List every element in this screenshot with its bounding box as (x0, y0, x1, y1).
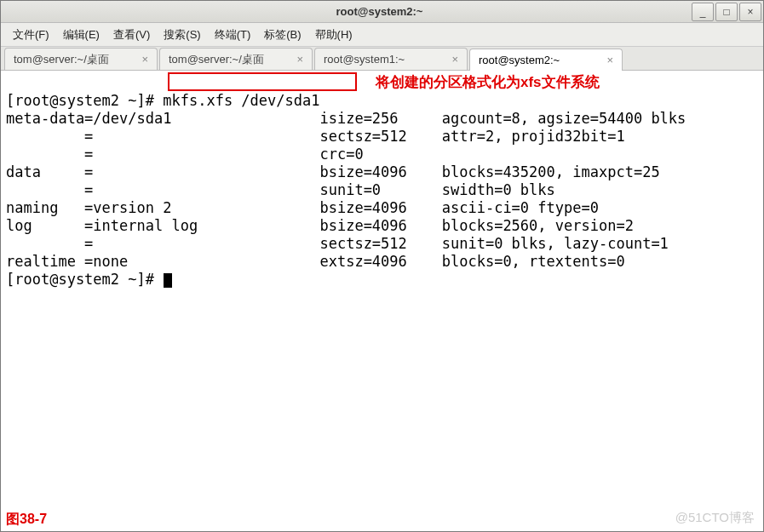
menu-file[interactable]: 文件(F) (6, 26, 56, 44)
output-line: log =internal log bsize=4096 blocks=2560… (6, 217, 634, 234)
cursor-icon (164, 273, 172, 288)
tab-bar: tom@server:~/桌面 × tom@server:~/桌面 × root… (1, 47, 763, 71)
terminal-window: root@system2:~ _ □ × 文件(F) 编辑(E) 查看(V) 搜… (0, 0, 764, 532)
tab-1[interactable]: tom@server:~/桌面 × (4, 48, 158, 70)
menu-bar: 文件(F) 编辑(E) 查看(V) 搜索(S) 终端(T) 标签(B) 帮助(H… (1, 23, 763, 47)
output-line: data = bsize=4096 blocks=435200, imaxpct… (6, 163, 660, 180)
output-line: realtime =none extsz=4096 blocks=0, rtex… (6, 253, 625, 270)
prompt: [root@system2 ~]# (6, 271, 163, 288)
output-line: meta-data=/dev/sda1 isize=256 agcount=8,… (6, 110, 686, 127)
menu-tabs[interactable]: 标签(B) (257, 26, 307, 44)
window-controls: _ □ × (692, 3, 763, 21)
figure-label: 图38-7 (6, 510, 47, 528)
close-button[interactable]: × (739, 3, 761, 21)
command: mkfs.xfs /dev/sda1 (163, 92, 319, 109)
prompt: [root@system2 ~]# (6, 92, 163, 109)
tab-2[interactable]: tom@server:~/桌面 × (159, 48, 313, 70)
tab-label: root@system2:~ (479, 54, 560, 66)
output-line: = sectsz=512 attr=2, projid32bit=1 (6, 128, 625, 145)
tab-close-icon[interactable]: × (451, 53, 458, 66)
terminal-area[interactable]: [root@system2 ~]# mkfs.xfs /dev/sda1 met… (1, 71, 763, 531)
highlight-box (168, 72, 357, 91)
output-line: = sunit=0 swidth=0 blks (6, 181, 555, 198)
menu-terminal[interactable]: 终端(T) (208, 26, 258, 44)
tab-close-icon[interactable]: × (296, 53, 303, 66)
tab-3[interactable]: root@system1:~ × (314, 48, 468, 70)
output-line: naming =version 2 bsize=4096 ascii-ci=0 … (6, 199, 599, 216)
tab-label: tom@server:~/桌面 (169, 52, 264, 67)
output-line: = sectsz=512 sunit=0 blks, lazy-count=1 (6, 235, 669, 252)
maximize-button[interactable]: □ (715, 3, 738, 21)
menu-help[interactable]: 帮助(H) (308, 26, 359, 44)
menu-edit[interactable]: 编辑(E) (56, 26, 106, 44)
menu-search[interactable]: 搜索(S) (157, 26, 207, 44)
menu-view[interactable]: 查看(V) (106, 26, 157, 44)
minimize-button[interactable]: _ (692, 3, 714, 21)
annotation-text: 将创建的分区格式化为xfs文件系统 (376, 73, 600, 91)
tab-4-active[interactable]: root@system2:~ × (469, 49, 623, 71)
tab-label: tom@server:~/桌面 (14, 52, 109, 67)
tab-close-icon[interactable]: × (141, 53, 148, 66)
output-line: = crc=0 (6, 146, 364, 163)
tab-label: root@system1:~ (324, 53, 405, 66)
tab-close-icon[interactable]: × (606, 54, 613, 66)
window-title: root@system2:~ (67, 5, 692, 18)
titlebar: root@system2:~ _ □ × (1, 1, 763, 23)
watermark: @51CTO博客 (675, 508, 755, 526)
